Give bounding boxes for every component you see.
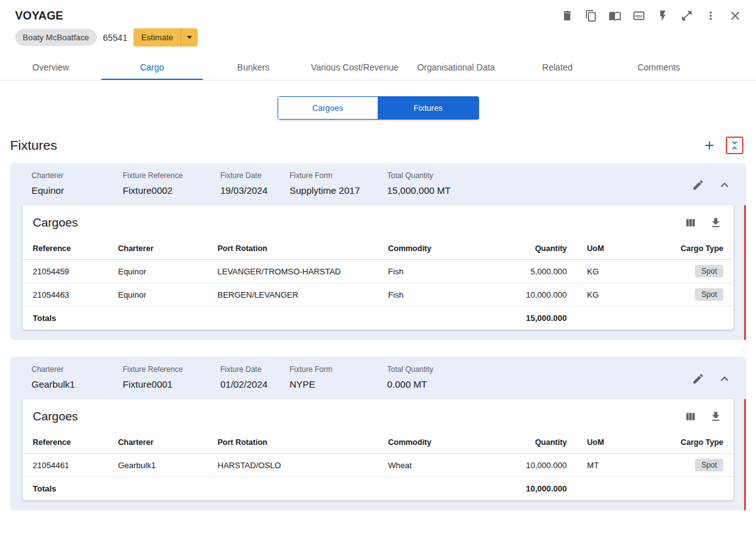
cell-port-rotation: BERGEN/LEVANGER xyxy=(208,283,378,306)
cargo-row[interactable]: 21054461 Gearbulk1 HARSTAD/OSLO Wheat 10… xyxy=(23,454,733,477)
edit-fixture-icon[interactable] xyxy=(692,373,704,385)
columns-icon[interactable] xyxy=(684,410,697,423)
fixture-card: Charterer Gearbulk1 Fixture Reference Fi… xyxy=(10,357,746,510)
cell-quantity: 10,000.000 xyxy=(506,454,577,477)
voyage-number: 65541 xyxy=(103,33,128,43)
fixture-field-label: Total Quantity xyxy=(387,171,685,180)
fixture-field-value: Fixture0002 xyxy=(123,185,214,196)
collapse-all-button[interactable] xyxy=(726,137,743,154)
fixture-field-fixture-date: Fixture Date 19/03/2024 xyxy=(220,171,290,196)
cargoes-table: ReferenceChartererPort RotationCommodity… xyxy=(23,238,733,330)
fixtures-list: Charterer Equinor Fixture Reference Fixt… xyxy=(0,163,756,510)
tab-various-cost-revenue[interactable]: Various Cost/Revenue xyxy=(304,54,405,80)
column-header-charterer: Charterer xyxy=(108,238,207,260)
estimate-label: Estimate xyxy=(133,28,181,47)
tab-bunkers[interactable]: Bunkers xyxy=(203,54,304,80)
fixture-field-total-quantity: Total Quantity 0.000 MT xyxy=(387,365,692,390)
estimate-dropdown-button[interactable]: Estimate xyxy=(133,28,198,47)
download-icon[interactable] xyxy=(709,410,722,423)
tab-cargo[interactable]: Cargo xyxy=(101,54,203,80)
vessel-chip: Boaty McBoatface xyxy=(15,29,97,46)
cargo-type-badge: Spot xyxy=(695,459,723,471)
table-header-row: ReferenceChartererPort RotationCommodity… xyxy=(23,238,733,260)
fixture-card-body: Cargoes ReferenceChartererPort RotationC… xyxy=(10,399,746,510)
fixture-field-value: Equinor xyxy=(31,185,116,196)
toggle-cargoes[interactable]: Cargoes xyxy=(278,96,378,120)
fixture-field-label: Total Quantity xyxy=(387,365,685,374)
bolt-icon[interactable] xyxy=(657,9,669,22)
header-action-bar: PDF xyxy=(561,9,742,23)
cargo-row[interactable]: 21054459 Equinor LEVANGER/TROMSO-HARSTAD… xyxy=(23,260,733,283)
chevron-up-icon[interactable] xyxy=(717,371,732,386)
download-icon[interactable] xyxy=(709,216,722,229)
cell-reference: 21054461 xyxy=(23,454,108,477)
fixture-field-total-quantity: Total Quantity 15,000.000 MT xyxy=(387,171,692,196)
cargoes-title: Cargoes xyxy=(33,410,78,424)
book-icon[interactable] xyxy=(609,9,621,22)
cell-reference: 21054463 xyxy=(23,283,108,306)
cargoes-title: Cargoes xyxy=(33,216,78,230)
edit-fixture-icon[interactable] xyxy=(692,179,704,191)
column-header-port-rotation: Port Rotation xyxy=(208,238,378,260)
cargo-type-badge: Spot xyxy=(695,265,723,278)
fixture-field-fixture-form: Fixture Form Supplytime 2017 xyxy=(290,171,387,196)
fixture-field-value: Fixture0001 xyxy=(123,379,214,390)
more-options-icon[interactable] xyxy=(704,9,717,22)
page-title: VOYAGE xyxy=(15,9,64,23)
column-header-reference: Reference xyxy=(23,238,108,260)
cell-charterer: Equinor xyxy=(108,260,207,283)
fixture-field-value: Gearbulk1 xyxy=(31,379,116,390)
close-icon[interactable] xyxy=(728,9,742,23)
cell-quantity: 10,000.000 xyxy=(506,283,577,306)
fixture-field-label: Fixture Reference xyxy=(123,171,214,180)
fixture-field-label: Fixture Date xyxy=(220,171,283,180)
fixture-field-value: 15,000.000 MT xyxy=(387,185,685,196)
fixture-field-label: Fixture Date xyxy=(220,365,283,374)
fixture-field-value: 19/03/2024 xyxy=(220,185,283,196)
cell-charterer: Gearbulk1 xyxy=(108,454,207,477)
cargoes-card: Cargoes ReferenceChartererPort RotationC… xyxy=(23,399,733,500)
totals-row: Totals 15,000.000 xyxy=(23,306,733,330)
fixture-card-header: Charterer Gearbulk1 Fixture Reference Fi… xyxy=(10,357,746,399)
totals-quantity: 15,000.000 xyxy=(506,306,577,330)
totals-label: Totals xyxy=(23,477,108,501)
column-header-commodity: Commodity xyxy=(378,238,505,260)
tab-organisational-data[interactable]: Organisational Data xyxy=(405,54,507,80)
columns-icon[interactable] xyxy=(684,216,697,229)
tab-overview[interactable]: Overview xyxy=(0,54,101,80)
totals-label: Totals xyxy=(23,306,108,330)
column-header-uom: UoM xyxy=(577,432,634,454)
tab-related[interactable]: Related xyxy=(507,54,608,80)
unfold-less-icon xyxy=(728,139,741,152)
copy-icon[interactable] xyxy=(585,9,597,22)
fixtures-section-head: Fixtures xyxy=(0,137,756,154)
cargo-row[interactable]: 21054463 Equinor BERGEN/LEVANGER Fish 10… xyxy=(23,283,733,306)
cell-charterer: Equinor xyxy=(108,283,207,306)
fixture-field-label: Fixture Form xyxy=(290,171,381,180)
column-header-cargo-type: Cargo Type xyxy=(634,238,733,260)
fixture-field-charterer: Charterer Gearbulk1 xyxy=(31,365,123,390)
cell-quantity: 5,000.000 xyxy=(506,260,577,283)
cargoes-card: Cargoes ReferenceChartererPort RotationC… xyxy=(23,205,733,330)
toggle-fixtures[interactable]: Fixtures xyxy=(378,96,479,120)
tab-comments[interactable]: Comments xyxy=(608,54,709,80)
cell-uom: KG xyxy=(577,283,634,306)
delete-icon[interactable] xyxy=(561,9,573,22)
column-header-charterer: Charterer xyxy=(108,432,207,454)
fixture-field-fixture-reference: Fixture Reference Fixture0002 xyxy=(123,171,220,196)
chevron-up-icon[interactable] xyxy=(717,177,732,193)
fixture-field-label: Fixture Form xyxy=(290,365,381,374)
fixture-field-label: Fixture Reference xyxy=(123,365,214,374)
column-header-cargo-type: Cargo Type xyxy=(634,432,733,454)
chevron-down-icon[interactable] xyxy=(181,28,198,47)
fixture-field-fixture-reference: Fixture Reference Fixture0001 xyxy=(123,365,220,390)
fixture-field-value: NYPE xyxy=(290,379,381,390)
totals-row: Totals 10,000.000 xyxy=(23,477,733,501)
add-fixture-button[interactable] xyxy=(702,138,716,152)
fixture-field-value: 0.000 MT xyxy=(387,379,685,390)
column-header-uom: UoM xyxy=(577,238,634,260)
pdf-icon[interactable]: PDF xyxy=(633,9,645,22)
expand-icon[interactable] xyxy=(680,9,693,22)
cargoes-table: ReferenceChartererPort RotationCommodity… xyxy=(23,432,733,500)
svg-text:PDF: PDF xyxy=(635,14,643,18)
